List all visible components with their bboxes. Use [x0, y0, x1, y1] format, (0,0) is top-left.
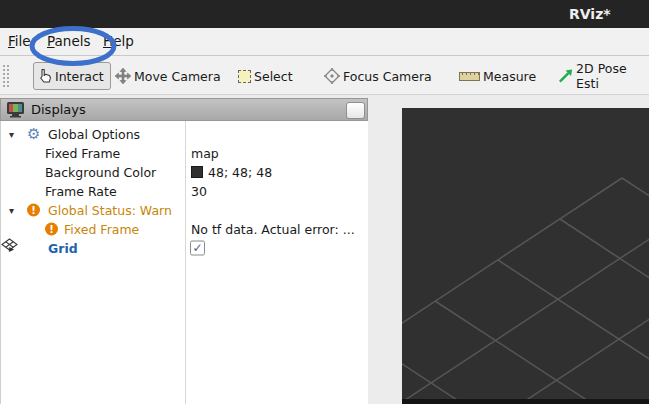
row-value[interactable]: map — [191, 145, 219, 160]
tool-label: Move Camera — [134, 69, 221, 84]
displays-panel: Displays ▾ ⚙ Global Options Fixed Frame … — [0, 98, 368, 404]
pose-arrow-icon — [558, 68, 573, 84]
warning-icon: ! — [45, 222, 58, 235]
row-name: Frame Rate — [45, 183, 117, 198]
2d-pose-estimate-tool-button[interactable]: 2D Pose Esti — [558, 62, 649, 90]
gear-icon: ⚙ — [27, 125, 40, 143]
panel-float-button[interactable] — [346, 102, 365, 119]
tool-label: Interact — [55, 69, 104, 84]
tool-label: Measure — [483, 69, 536, 84]
row-name: Global Status: Warn — [48, 202, 172, 217]
menu-item-panels[interactable]: Panels — [47, 33, 90, 49]
tree-row-fixed-frame[interactable]: Fixed Frame map — [1, 143, 369, 162]
menu-bar: File Panels Help — [0, 28, 649, 56]
row-name: Fixed Frame — [64, 221, 139, 236]
select-tool-button[interactable]: Select — [238, 62, 293, 90]
ruler-icon — [459, 72, 480, 81]
viewport-bottom-edge — [402, 399, 649, 404]
ground-grid — [402, 108, 649, 399]
measure-tool-button[interactable]: Measure — [459, 62, 536, 90]
focus-camera-tool-button[interactable]: Focus Camera — [324, 62, 432, 90]
window-titlebar: RViz* — [0, 0, 649, 28]
row-name: Background Color — [45, 164, 156, 179]
tree-row-global-options[interactable]: ▾ ⚙ Global Options — [1, 124, 369, 143]
tree-row-grid[interactable]: ▸ Grid ✓ — [1, 238, 369, 257]
row-name: Fixed Frame — [45, 145, 120, 160]
row-value[interactable]: 48; 48; 48 — [208, 164, 272, 179]
tree-row-frame-rate[interactable]: Frame Rate 30 — [1, 181, 369, 200]
tool-label: Focus Camera — [343, 69, 432, 84]
focus-crosshair-icon — [324, 68, 340, 84]
expand-arrow-icon[interactable]: ▾ — [9, 128, 14, 139]
expand-arrow-icon[interactable]: ▸ — [9, 242, 14, 253]
displays-panel-title: Displays — [31, 102, 86, 117]
toolbar: Interact Move Camera Select — [0, 56, 649, 95]
selection-box-icon — [238, 70, 251, 83]
hand-pointer-icon — [37, 68, 52, 84]
window-title: RViz* — [569, 6, 611, 22]
menu-item-file[interactable]: File — [8, 33, 31, 49]
move-camera-tool-button[interactable]: Move Camera — [115, 62, 221, 90]
menu-item-help[interactable]: Help — [103, 33, 134, 49]
move-arrows-icon — [115, 68, 131, 84]
tree-row-global-status[interactable]: ▾ ! Global Status: Warn — [1, 200, 369, 219]
grid-enabled-checkbox[interactable]: ✓ — [190, 240, 205, 255]
tool-label: Select — [254, 69, 293, 84]
tree-row-fixed-frame-status[interactable]: ! Fixed Frame No tf data. Actual error: … — [1, 219, 369, 238]
dock-area: Displays ▾ ⚙ Global Options Fixed Frame … — [0, 95, 649, 404]
row-value: No tf data. Actual error: ... — [191, 221, 355, 236]
monitor-icon — [6, 101, 25, 118]
displays-panel-header[interactable]: Displays — [0, 98, 368, 121]
expand-arrow-icon[interactable]: ▾ — [9, 204, 14, 215]
toolbar-grip-handle[interactable] — [2, 64, 9, 88]
row-name: Grid — [48, 240, 78, 255]
tree-row-background-color[interactable]: Background Color 48; 48; 48 — [1, 162, 369, 181]
row-name: Global Options — [48, 126, 140, 141]
interact-tool-button[interactable]: Interact — [33, 62, 111, 90]
displays-tree: ▾ ⚙ Global Options Fixed Frame map Backg… — [0, 121, 368, 404]
row-value[interactable]: 30 — [191, 183, 207, 198]
3d-viewport[interactable] — [402, 108, 649, 399]
rviz-window: RViz* File Panels Help Interact — [0, 0, 649, 404]
color-swatch — [191, 166, 203, 178]
tool-label: 2D Pose Esti — [576, 61, 649, 91]
warning-icon: ! — [27, 203, 40, 216]
